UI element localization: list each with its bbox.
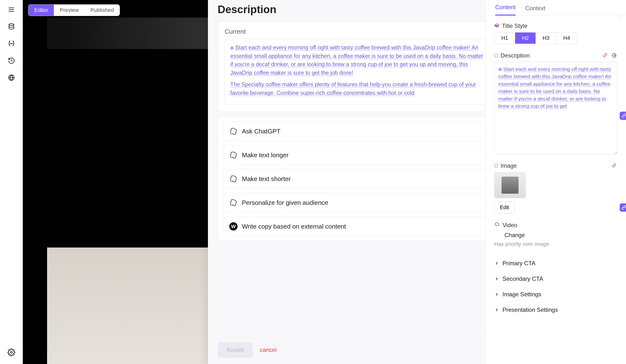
title-style-segmented: H1 H2 H3 H4	[494, 32, 577, 44]
actions-card: Ask ChatGPT Make text longer Make text s…	[218, 117, 485, 241]
image-field: Image Edit	[494, 162, 617, 213]
heading-h4[interactable]: H4	[556, 33, 577, 44]
video-label: Video	[503, 222, 517, 229]
svg-point-3	[9, 24, 14, 26]
cancel-button[interactable]: cancel	[260, 347, 276, 353]
diamond-icon	[494, 52, 498, 59]
action-ask-chatgpt[interactable]: Ask ChatGPT	[223, 121, 485, 141]
openai-icon	[229, 151, 237, 159]
action-label: Personalize for given audience	[242, 199, 328, 206]
action-label: Ask ChatGPT	[242, 128, 280, 135]
view-mode-tabs: Editor Preview Published	[28, 4, 120, 16]
braces-icon[interactable]	[7, 39, 16, 48]
editor-canvas: Editor Preview Published Description Cur…	[23, 0, 485, 364]
video-hint: Has priority over image	[494, 241, 617, 247]
action-make-longer[interactable]: Make text longer	[223, 145, 485, 165]
openai-icon	[229, 199, 237, 207]
link-pill-icon[interactable]	[620, 112, 626, 120]
accordion-primary-cta[interactable]: Primary CTA	[494, 255, 617, 271]
svg-rect-12	[494, 54, 498, 57]
heading-h3[interactable]: H3	[536, 33, 556, 44]
action-label: Make text longer	[242, 151, 288, 159]
svg-point-4	[10, 43, 11, 44]
description-modal: Description Current Start each and every…	[208, 0, 485, 364]
heading-h1[interactable]: H1	[495, 33, 515, 44]
description-field: Description Start each and every morning…	[494, 52, 617, 154]
current-text[interactable]: Start each and every morning off right w…	[225, 39, 485, 105]
history-icon[interactable]	[7, 56, 16, 65]
description-textarea[interactable]: Start each and every morning off right w…	[494, 62, 617, 154]
accordion-image-settings[interactable]: Image Settings	[494, 286, 617, 302]
globe-small-icon[interactable]	[611, 53, 617, 58]
title-style-label: Title Style	[502, 23, 527, 29]
chevron-right-icon	[494, 292, 499, 297]
magic-wand-icon[interactable]	[611, 163, 617, 169]
current-label: Current	[225, 28, 485, 36]
video-field: Video Change Has priority over image	[494, 222, 617, 247]
tab-published[interactable]: Published	[85, 5, 120, 16]
openai-icon	[229, 127, 237, 135]
w-icon: W	[229, 222, 237, 231]
change-video-button[interactable]: Change	[505, 232, 525, 239]
openai-icon	[229, 175, 237, 183]
modal-footer: Accept cancel	[208, 336, 485, 364]
action-label: Make text shorter	[242, 175, 291, 183]
chevron-right-icon	[494, 307, 499, 312]
svg-rect-14	[494, 164, 498, 168]
accordion-label: Primary CTA	[503, 260, 536, 267]
tab-context[interactable]: Context	[525, 1, 546, 16]
tab-content[interactable]: Content	[495, 0, 516, 16]
accordion-secondary-cta[interactable]: Secondary CTA	[494, 271, 617, 286]
panel-tabs: Content Context	[485, 0, 626, 16]
database-icon[interactable]	[7, 22, 16, 31]
image-label: Image	[501, 162, 517, 169]
accept-button[interactable]: Accept	[218, 342, 253, 358]
accordion-label: Presentation Settings	[503, 307, 558, 313]
diamond-icon	[494, 162, 498, 169]
accordion-label: Secondary CTA	[503, 276, 543, 282]
properties-panel: Content Context ⋰ Title Style H1 H2 H3 H…	[485, 0, 626, 364]
tab-editor[interactable]: Editor	[28, 5, 54, 16]
menu-icon[interactable]	[7, 5, 16, 14]
current-card: Current Start each and every morning off…	[218, 21, 485, 112]
image-thumbnail[interactable]	[494, 172, 526, 198]
description-label: Description	[501, 52, 530, 59]
chevron-right-icon	[494, 261, 499, 266]
action-external-copy[interactable]: W Write copy based on external content	[223, 217, 485, 236]
heading-h2[interactable]: H2	[515, 33, 536, 44]
svg-point-8	[10, 351, 12, 353]
link-pill-icon[interactable]	[620, 203, 626, 212]
svg-point-6	[12, 43, 13, 44]
resize-grip-icon[interactable]: ⋰	[618, 14, 623, 19]
cube-icon	[494, 23, 500, 29]
magic-wand-icon[interactable]	[602, 53, 608, 58]
accordion-label: Image Settings	[503, 291, 541, 298]
settings-icon[interactable]	[7, 348, 16, 357]
svg-point-5	[11, 43, 12, 44]
title-style-field: Title Style H1 H2 H3 H4	[494, 23, 617, 44]
action-label: Write copy based on external content	[242, 223, 346, 230]
modal-title: Description	[218, 3, 276, 16]
cloud-icon	[494, 222, 500, 229]
action-personalize[interactable]: Personalize for given audience	[223, 193, 485, 212]
accordion-presentation-settings[interactable]: Presentation Settings	[494, 302, 617, 318]
action-make-shorter[interactable]: Make text shorter	[223, 169, 485, 189]
chevron-right-icon	[494, 276, 499, 281]
left-rail	[0, 0, 23, 364]
tab-preview[interactable]: Preview	[54, 5, 84, 16]
edit-image-button[interactable]: Edit	[494, 202, 515, 213]
globe-icon[interactable]	[7, 73, 16, 82]
